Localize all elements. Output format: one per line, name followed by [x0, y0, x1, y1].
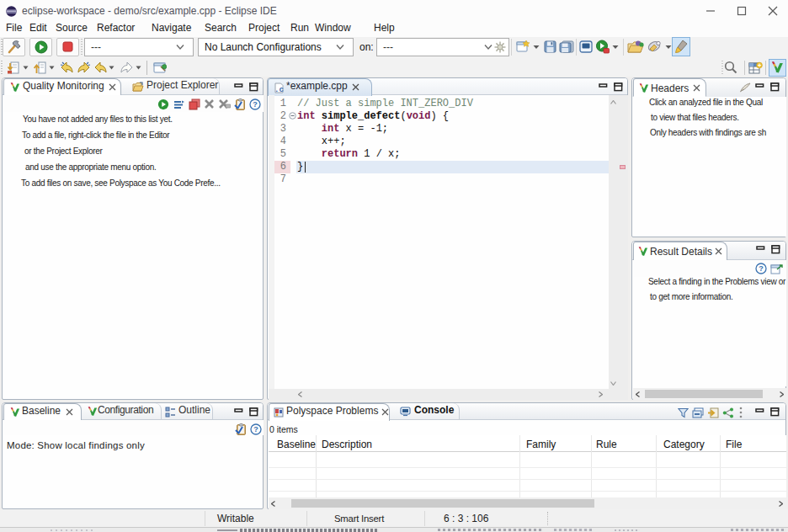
- svg-text:?: ?: [253, 100, 258, 109]
- svg-text:.c: .c: [274, 86, 284, 94]
- svg-text:?: ?: [253, 425, 258, 434]
- svg-text:?: ?: [759, 264, 764, 273]
